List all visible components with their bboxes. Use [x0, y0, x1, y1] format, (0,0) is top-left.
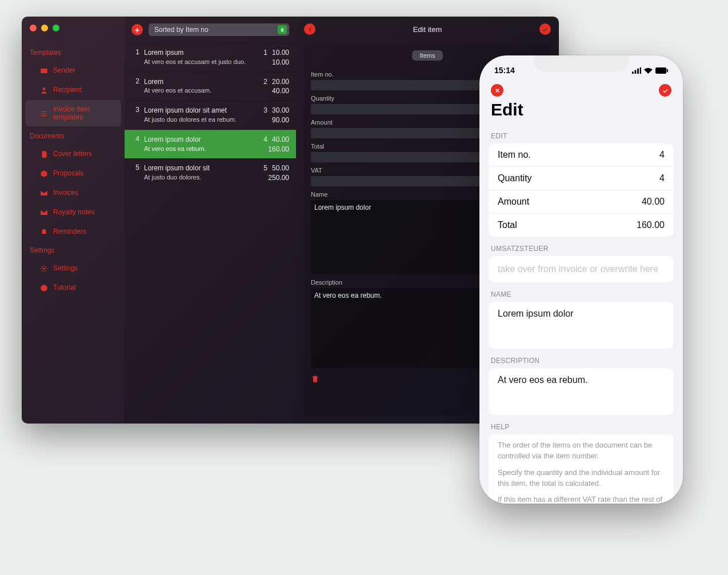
ios-row-value: 4 — [659, 173, 665, 183]
detail-title: Edit item — [413, 25, 442, 34]
ios-row-value: 160.00 — [637, 220, 665, 230]
sidebar-item-recipient[interactable]: Recipient — [25, 81, 121, 99]
contact-card-icon — [40, 67, 48, 74]
proposal-icon — [40, 170, 48, 177]
sidebar-item-royalty-notes[interactable]: Royalty notes — [25, 203, 121, 221]
list-item-total: 40.00 — [255, 86, 289, 96]
wifi-icon — [644, 67, 653, 74]
list-item-qty: 2 — [263, 77, 267, 87]
list-item-subtitle: At vero eos ea rebum. — [144, 145, 255, 153]
sidebar-item-label: Sender — [53, 66, 75, 74]
ios-row-label: Quantity — [498, 173, 532, 183]
sidebar-item-label: Royalty notes — [53, 208, 95, 216]
sidebar-item-tutorial[interactable]: Tutorial — [25, 278, 121, 297]
back-button[interactable] — [304, 23, 315, 35]
maximize-icon[interactable] — [53, 25, 59, 31]
ios-edit-card: Item no.4Quantity4Amount40.00Total160.00 — [489, 143, 674, 237]
help-text-1: The order of the items on the document c… — [498, 440, 665, 462]
ios-row-value: 40.00 — [642, 197, 665, 207]
chevron-updown-icon — [278, 25, 287, 34]
iphone-notch — [534, 55, 629, 71]
ios-section-edit: EDIT — [479, 124, 683, 143]
list-item-qty: 3 — [263, 106, 267, 115]
sidebar-item-invoice-item-templates[interactable]: Invoice item templates — [25, 100, 121, 126]
list-item[interactable]: 1Lorem ipsumAt vero eos et accusam et ju… — [125, 43, 296, 72]
list-item-index: 2 — [131, 77, 139, 97]
ios-name-input[interactable] — [489, 302, 674, 346]
sidebar-item-proposals[interactable]: Proposals — [25, 164, 121, 182]
list-item-amount: 40.00 — [272, 135, 289, 143]
sidebar-item-label: Proposals — [53, 169, 83, 177]
ios-edit-row[interactable]: Amount40.00 — [489, 190, 674, 214]
ios-row-label: Amount — [498, 197, 529, 207]
sidebar-section-title: Templates — [22, 44, 125, 60]
list-item-total: 250.00 — [255, 173, 289, 183]
sidebar-item-cover-letters[interactable]: Cover letters — [25, 145, 121, 163]
list-item[interactable]: 4Lorem ipsum dolorAt vero eos ea rebum.4… — [125, 130, 296, 159]
list-item-subtitle: At justo duo dolores et ea rebum. — [144, 115, 255, 124]
ios-section-desc: DESCRIPTION — [479, 349, 683, 368]
add-button[interactable]: + — [131, 24, 143, 35]
list-item[interactable]: 2LoremAt vero eos et accusam.220.0040.00 — [125, 72, 296, 101]
ios-close-button[interactable] — [491, 84, 503, 97]
list-item-index: 3 — [131, 106, 139, 125]
window-controls — [30, 25, 59, 31]
list-item-total: 10.00 — [255, 58, 289, 67]
list-item-total: 90.00 — [255, 115, 289, 125]
close-icon[interactable] — [30, 25, 37, 31]
minimize-icon[interactable] — [41, 25, 48, 31]
sidebar-item-reminders[interactable]: Reminders — [25, 222, 121, 241]
sidebar: TemplatesSenderRecipientInvoice item tem… — [22, 17, 125, 424]
list-item-subtitle: At vero eos et accusam. — [144, 86, 255, 95]
list-item-index: 5 — [131, 163, 139, 183]
help-text-3: If this item has a different VAT rate th… — [498, 494, 665, 504]
list-item-title: Lorem — [144, 77, 255, 87]
ios-edit-row[interactable]: Quantity4 — [489, 167, 674, 190]
list-item-amount: 30.00 — [272, 106, 289, 114]
item-list-pane: + Sorted by Item no 1Lorem ipsumAt vero … — [125, 17, 296, 424]
list-item[interactable]: 5Lorem ipsum dolor sitAt justo duo dolor… — [125, 158, 296, 187]
sidebar-item-invoices[interactable]: Invoices — [25, 183, 121, 202]
ios-vat-input[interactable] — [489, 256, 674, 282]
svg-rect-9 — [667, 69, 668, 72]
ios-edit-row[interactable]: Item no.4 — [489, 143, 674, 167]
sort-label: Sorted by Item no — [154, 26, 209, 34]
ios-row-value: 4 — [659, 150, 665, 160]
list-icon — [40, 110, 48, 117]
svg-point-2 — [43, 267, 45, 270]
iphone-mockup: 15:14 Edit EDIT Item no.4Quantity4Amount… — [479, 55, 683, 504]
tab-items[interactable]: Items — [412, 50, 443, 61]
list-item[interactable]: 3Lorem ipsum dolor sit ametAt justo duo … — [125, 101, 296, 130]
envelope-icon — [40, 189, 48, 196]
ios-edit-row[interactable]: Total160.00 — [489, 214, 674, 237]
envelope-icon — [40, 209, 48, 215]
confirm-button[interactable] — [539, 23, 551, 35]
list-item-qty: 5 — [263, 163, 267, 173]
sidebar-item-label: Invoice item templates — [53, 105, 117, 121]
sidebar-item-label: Settings — [53, 264, 78, 272]
sidebar-item-settings[interactable]: Settings — [25, 259, 121, 277]
ios-row-label: Total — [498, 220, 517, 230]
sidebar-item-sender[interactable]: Sender — [25, 61, 121, 79]
list-item-qty: 1 — [263, 48, 267, 58]
person-icon — [40, 86, 48, 93]
sidebar-item-label: Recipient — [53, 86, 82, 94]
sidebar-item-label: Tutorial — [53, 283, 76, 292]
svg-rect-0 — [41, 69, 47, 73]
ios-desc-input[interactable] — [489, 368, 674, 413]
ios-page-title: Edit — [479, 100, 683, 124]
list-item-amount: 50.00 — [272, 164, 289, 172]
sidebar-section-title: Settings — [22, 242, 125, 258]
sort-dropdown[interactable]: Sorted by Item no — [149, 23, 289, 36]
status-time: 15:14 — [494, 66, 515, 75]
sidebar-item-label: Cover letters — [53, 150, 92, 158]
help-text-2: Specify the quantity and the individual … — [498, 468, 665, 489]
ios-confirm-button[interactable] — [659, 84, 671, 97]
svg-rect-4 — [632, 71, 634, 74]
svg-point-3 — [41, 285, 47, 292]
ios-help-card: The order of the items on the document c… — [489, 434, 674, 504]
cellular-icon — [632, 67, 642, 74]
bell-icon — [40, 228, 48, 235]
sidebar-item-label: Reminders — [53, 227, 86, 235]
list-item-index: 4 — [131, 135, 139, 154]
